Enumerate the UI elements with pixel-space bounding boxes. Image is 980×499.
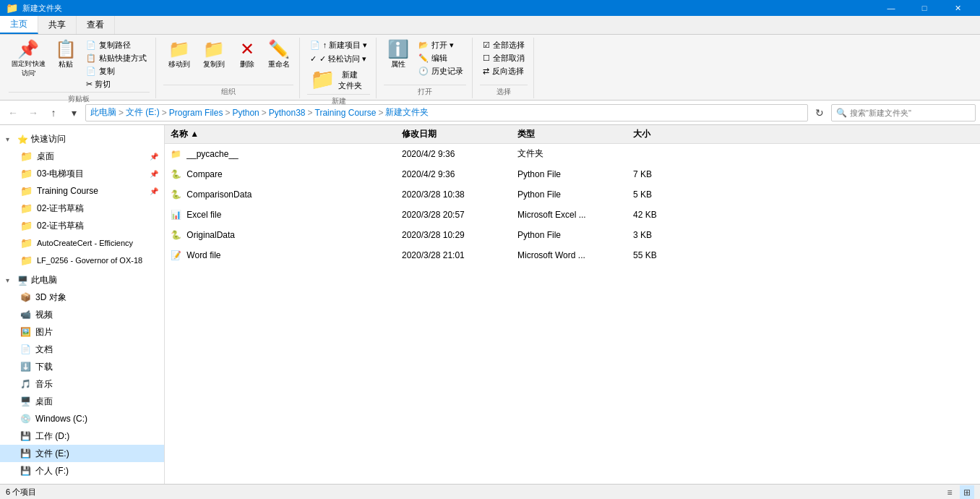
sidebar-item-desktop2[interactable]: 🖥️ 桌面 xyxy=(0,393,164,410)
clipboard-small-col: 📄 复制路径 📋 粘贴快捷方式 📄 复制 ✂ 剪切 xyxy=(83,39,150,90)
this-pc-header[interactable]: ▾ 🖥️ 此电脑 xyxy=(0,272,164,289)
maximize-button[interactable]: □ xyxy=(908,0,941,16)
list-view-button[interactable]: ⊞ xyxy=(960,485,974,500)
tab-home[interactable]: 主页 xyxy=(0,16,38,34)
pin-icon: 📌 xyxy=(150,187,158,195)
breadcrumb[interactable]: 此电脑 > 文件 (E:) > Program Files > Python >… xyxy=(85,104,808,121)
forward-button[interactable]: → xyxy=(25,104,42,121)
breadcrumb-new-folder[interactable]: 新建文件夹 xyxy=(385,106,429,119)
breadcrumb-python[interactable]: Python xyxy=(232,108,259,118)
sidebar-item-label: 03-电梯项目 xyxy=(37,168,84,180)
breadcrumb-pc[interactable]: 此电脑 xyxy=(90,106,116,119)
folder-icon: 📁 xyxy=(20,237,33,249)
search-input[interactable] xyxy=(850,108,971,117)
sidebar-item-training[interactable]: 📁 Training Course 📌 xyxy=(0,182,164,200)
sidebar-item-cert2[interactable]: 📁 02-证书草稿 xyxy=(0,217,164,234)
file-row-compare[interactable]: 🐍 Compare 2020/4/2 9:36 Python File 7 KB xyxy=(165,164,980,184)
details-view-button[interactable]: ≡ xyxy=(942,485,957,500)
file-name-text: ComparisonData xyxy=(186,189,252,200)
tab-view[interactable]: 查看 xyxy=(77,16,115,34)
easy-access-icon: ✓ xyxy=(310,54,317,64)
new-folder-button[interactable]: 📁 新建文件夹 xyxy=(307,67,365,93)
col-header-size[interactable]: 大小 xyxy=(627,128,700,140)
organize-label: 组织 xyxy=(163,85,293,97)
paste-shortcut-button[interactable]: 📋 粘贴快捷方式 xyxy=(83,52,150,64)
search-bar[interactable]: 🔍 xyxy=(831,104,976,121)
file-name-text: OriginalData xyxy=(186,230,235,240)
sidebar-item-elevator[interactable]: 📁 03-电梯项目 📌 xyxy=(0,165,164,182)
close-button[interactable]: ✕ xyxy=(941,0,974,16)
open-button[interactable]: 📂 打开 ▾ xyxy=(416,39,466,51)
file-type: Microsoft Word ... xyxy=(512,250,627,260)
move-label: 移动到 xyxy=(168,59,190,69)
breadcrumb-e[interactable]: 文件 (E:) xyxy=(126,106,160,119)
sidebar-item-downloads[interactable]: ⬇️ 下载 xyxy=(0,358,164,375)
sidebar-item-video[interactable]: 📹 视频 xyxy=(0,306,164,323)
recent-locations-button[interactable]: ▾ xyxy=(65,104,82,121)
sidebar-item-autocert[interactable]: 📁 AutoCreateCert - Efficiency xyxy=(0,234,164,252)
cut-button[interactable]: ✂ 剪切 xyxy=(83,78,150,90)
sidebar-item-music[interactable]: 🎵 音乐 xyxy=(0,375,164,393)
select-none-button[interactable]: ☐ 全部取消 xyxy=(480,52,528,64)
delete-button[interactable]: ✕ 删除 xyxy=(233,39,262,71)
easy-access-button[interactable]: ✓ ✓ 轻松访问 ▾ xyxy=(307,53,369,65)
move-to-button[interactable]: 📁 移动到 xyxy=(163,39,195,71)
sidebar-drive-d[interactable]: 💾 工作 (D:) xyxy=(0,427,164,445)
tab-share[interactable]: 共享 xyxy=(38,16,77,34)
sidebar-item-desktop[interactable]: 📁 桌面 📌 xyxy=(0,148,164,165)
col-header-date[interactable]: 修改日期 xyxy=(396,128,512,140)
invert-select-button[interactable]: ⇄ 反向选择 xyxy=(480,65,528,77)
file-date: 2020/3/28 10:29 xyxy=(396,230,512,240)
history-button[interactable]: 🕐 历史记录 xyxy=(416,65,466,77)
sidebar-item-docs[interactable]: 📄 文档 xyxy=(0,341,164,358)
breadcrumb-python38[interactable]: Python38 xyxy=(269,108,306,118)
up-button[interactable]: ↑ xyxy=(45,104,62,121)
paste-button[interactable]: 📋 粘贴 xyxy=(51,39,80,71)
open-content: ℹ️ 属性 📂 打开 ▾ ✏️ 编辑 🕐 历史记录 xyxy=(384,39,466,83)
pin-quick-access-button[interactable]: 📌 固定到'快速访问' xyxy=(9,39,48,80)
col-header-name[interactable]: 名称 ▲ xyxy=(165,128,396,140)
sidebar-item-3d[interactable]: 📦 3D 对象 xyxy=(0,289,164,306)
minimize-button[interactable]: — xyxy=(874,0,908,16)
copy-path-button[interactable]: 📄 复制路径 xyxy=(83,39,150,51)
properties-button[interactable]: ℹ️ 属性 xyxy=(384,39,413,71)
file-name-text: Word file xyxy=(186,250,220,260)
new-item-button[interactable]: 📄 ↑ 新建项目 ▾ xyxy=(307,39,371,51)
copy-to-button[interactable]: 📁 复制到 xyxy=(198,39,230,71)
back-button[interactable]: ← xyxy=(4,104,22,121)
organize-content: 📁 移动到 📁 复制到 ✕ 删除 ✏️ 重命名 xyxy=(163,39,293,83)
copy-button[interactable]: 📄 复制 xyxy=(83,65,150,77)
drive-d-icon: 💾 xyxy=(20,431,31,441)
sidebar-item-lf0256[interactable]: 📁 LF_0256 - Governor of OX-18 xyxy=(0,252,164,269)
file-type: Microsoft Excel ... xyxy=(512,210,627,220)
file-row-originaldata[interactable]: 🐍 OriginalData 2020/3/28 10:29 Python Fi… xyxy=(165,225,980,245)
pin-label: 固定到'快速访问' xyxy=(12,59,46,78)
file-name-text: Compare xyxy=(186,169,222,179)
folder-icon: 📁 xyxy=(20,220,33,231)
sidebar-item-label: 个人 (F:) xyxy=(35,465,69,477)
ribbon-group-organize: 📁 移动到 📁 复制到 ✕ 删除 ✏️ 重命名 组织 xyxy=(158,38,300,98)
sidebar-drive-f[interactable]: 💾 个人 (F:) xyxy=(0,462,164,479)
sidebar-item-pictures[interactable]: 🖼️ 图片 xyxy=(0,323,164,341)
paste-icon: 📋 xyxy=(55,40,77,58)
file-row-pycache[interactable]: 📁 __pycache__ 2020/4/2 9:36 文件夹 xyxy=(165,144,980,164)
rename-icon: ✏️ xyxy=(268,40,290,58)
invert-label: 反向选择 xyxy=(492,66,524,77)
breadcrumb-training[interactable]: Training Course xyxy=(315,108,377,118)
rename-button[interactable]: ✏️ 重命名 xyxy=(265,39,293,71)
col-header-type[interactable]: 类型 xyxy=(512,128,627,140)
sidebar-drive-e[interactable]: 💾 文件 (E:) xyxy=(0,445,164,462)
refresh-button[interactable]: ↻ xyxy=(811,104,828,121)
quick-access-header[interactable]: ▾ ⭐ 快速访问 xyxy=(0,131,164,148)
select-all-button[interactable]: ☑ 全部选择 xyxy=(480,39,528,51)
folder-icon: 📁 xyxy=(20,150,33,162)
file-row-comparisondata[interactable]: 🐍 ComparisonData 2020/3/28 10:38 Python … xyxy=(165,184,980,205)
sidebar-drive-c[interactable]: 💿 Windows (C:) xyxy=(0,410,164,427)
file-row-excel[interactable]: 📊 Excel file 2020/3/28 20:57 Microsoft E… xyxy=(165,205,980,225)
file-type: 文件夹 xyxy=(512,148,627,160)
sidebar-item-cert1[interactable]: 📁 02-证书草稿 xyxy=(0,200,164,217)
file-row-word[interactable]: 📝 Word file 2020/3/28 21:01 Microsoft Wo… xyxy=(165,245,980,265)
edit-button[interactable]: ✏️ 编辑 xyxy=(416,52,466,64)
breadcrumb-programfiles[interactable]: Program Files xyxy=(169,108,223,118)
paste-shortcut-icon: 📋 xyxy=(86,54,96,63)
